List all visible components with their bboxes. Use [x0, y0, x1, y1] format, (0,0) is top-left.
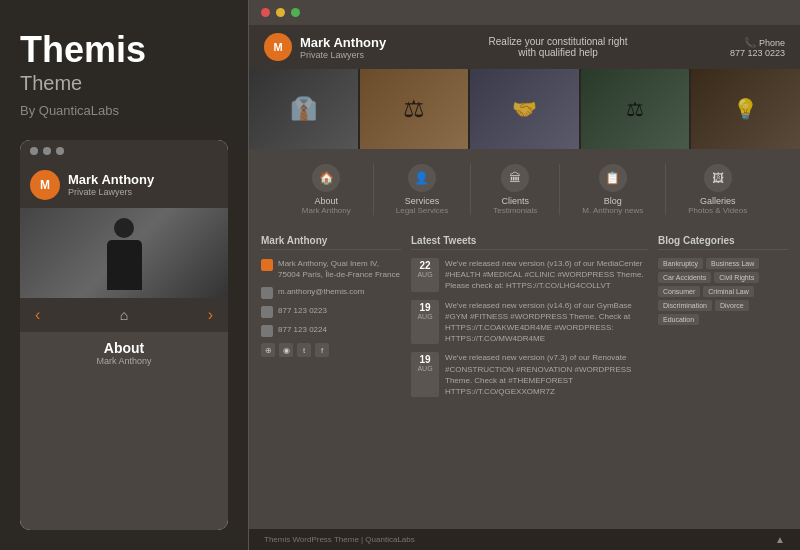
mobile-dot-2: [43, 147, 51, 155]
social-icon-t[interactable]: t: [297, 343, 311, 357]
blog-icon: 📋: [599, 164, 627, 192]
nav-item-clients[interactable]: 🏛 Clients Testimonials: [471, 159, 559, 220]
tweet-text-2: We've released new version (v14.6) of ou…: [445, 300, 648, 345]
email-item: m.anthony@themis.com: [261, 286, 401, 299]
category-tags: BankruptcyBusiness LawCar AccidentsCivil…: [658, 258, 788, 325]
nav-clients-sub: Testimonials: [493, 206, 537, 215]
content-area: Mark Anthony Mark Anthony, Quai Inem IV,…: [249, 225, 800, 529]
social-icons: ⊕ ◉ t f: [261, 343, 401, 357]
category-tag[interactable]: Consumer: [658, 286, 700, 297]
tweet-month-2: AUG: [415, 313, 435, 320]
category-tag[interactable]: Criminal Law: [703, 286, 753, 297]
tweet-text-1: We've released new version (v13.6) of ou…: [445, 258, 648, 292]
phone1-icon: [261, 306, 273, 318]
phone2-item: 877 123 0224: [261, 324, 401, 337]
browser-dot-yellow: [276, 8, 285, 17]
galleries-icon: 🖼: [704, 164, 732, 192]
tweet-text-3: We've released new version (v7.3) of our…: [445, 352, 648, 397]
phone-icon: 📞: [744, 37, 756, 48]
nav-galleries-label: Galleries: [700, 196, 736, 206]
category-tag[interactable]: Car Accidents: [658, 272, 711, 283]
category-tag[interactable]: Divorce: [715, 300, 749, 311]
nav-about-sub: Mark Anthony: [302, 206, 351, 215]
blog-categories-column: Blog Categories BankruptcyBusiness LawCa…: [658, 235, 788, 519]
nav-item-galleries[interactable]: 🖼 Galleries Photos & Videos: [666, 159, 769, 220]
social-icon-2[interactable]: ◉: [279, 343, 293, 357]
site-tagline: Realize your constitutional right with q…: [386, 36, 730, 58]
tweet-date-1: 22 AUG: [411, 258, 439, 292]
hero-person-icon: 👔: [290, 96, 317, 122]
footer-text: Themis WordPress Theme | QuanticaLabs: [264, 535, 415, 544]
address-icon: [261, 259, 273, 271]
hero-img-2: ⚖: [360, 69, 469, 149]
mobile-footer-title: About: [30, 340, 218, 356]
category-tag[interactable]: Bankruptcy: [658, 258, 703, 269]
phone1-item: 877 123 0223: [261, 305, 401, 318]
mobile-nav-bottom: ‹ ⌂ ›: [20, 298, 228, 332]
mark-anthony-section-title: Mark Anthony: [261, 235, 401, 250]
category-tag[interactable]: Discrimination: [658, 300, 712, 311]
site-name-sub: Private Lawyers: [300, 50, 386, 60]
nav-next-arrow[interactable]: ›: [208, 306, 213, 324]
tweet-item-3: 19 AUG We've released new version (v7.3)…: [411, 352, 648, 397]
nav-item-blog[interactable]: 📋 Blog M. Anthony news: [560, 159, 665, 220]
site-nav: 🏠 About Mark Anthony 👤 Services Legal Se…: [249, 149, 800, 225]
nav-blog-label: Blog: [604, 196, 622, 206]
clients-icon: 🏛: [501, 164, 529, 192]
category-tag[interactable]: Education: [658, 314, 699, 325]
tweet-date-3: 19 AUG: [411, 352, 439, 397]
hero-img-1: 👔: [249, 69, 358, 149]
services-icon: 👤: [408, 164, 436, 192]
scroll-top-button[interactable]: ▲: [775, 534, 785, 545]
mobile-header: M Mark Anthony Private Lawyers: [20, 162, 228, 208]
mobile-hero: [20, 208, 228, 298]
email-icon: [261, 287, 273, 299]
nav-clients-label: Clients: [501, 196, 529, 206]
social-icon-f[interactable]: f: [315, 343, 329, 357]
person-body: [107, 240, 142, 290]
tweet-day-2: 19: [415, 302, 435, 313]
tweets-section-title: Latest Tweets: [411, 235, 648, 250]
phone1-text: 877 123 0223: [278, 305, 327, 316]
gavel-icon: ⚖: [403, 95, 425, 123]
category-tag[interactable]: Business Law: [706, 258, 759, 269]
tweet-month-1: AUG: [415, 271, 435, 278]
home-icon[interactable]: ⌂: [120, 307, 128, 323]
phone2-text: 877 123 0224: [278, 324, 327, 335]
hero-img-3: 🤝: [470, 69, 579, 149]
phone2-icon: [261, 325, 273, 337]
tweet-item-2: 19 AUG We've released new version (v14.6…: [411, 300, 648, 345]
address-item: Mark Anthony, Quai Inem IV, 75004 Paris,…: [261, 258, 401, 280]
browser-titlebar: [249, 0, 800, 25]
nav-blog-sub: M. Anthony news: [582, 206, 643, 215]
mobile-content: M Mark Anthony Private Lawyers ‹ ⌂ ›: [20, 162, 228, 530]
categories-section-title: Blog Categories: [658, 235, 788, 250]
about-icon: 🏠: [312, 164, 340, 192]
bulb-icon: 💡: [733, 97, 758, 121]
social-icon-1[interactable]: ⊕: [261, 343, 275, 357]
right-panel: M Mark Anthony Private Lawyers Realize y…: [248, 0, 800, 550]
nav-item-about[interactable]: 🏠 About Mark Anthony: [280, 159, 373, 220]
nav-galleries-sub: Photos & Videos: [688, 206, 747, 215]
tweet-day-3: 19: [415, 354, 435, 365]
mobile-footer: About Mark Anthony: [20, 332, 228, 374]
brand-subtitle: Theme: [20, 72, 228, 95]
site-phone: 📞 Phone 877 123 0223: [730, 37, 785, 58]
browser-body: M Mark Anthony Private Lawyers Realize y…: [249, 25, 800, 550]
site-header: M Mark Anthony Private Lawyers Realize y…: [249, 25, 800, 69]
mark-anthony-column: Mark Anthony Mark Anthony, Quai Inem IV,…: [261, 235, 401, 519]
person-silhouette: [104, 218, 144, 288]
category-tag[interactable]: Civil Rights: [714, 272, 759, 283]
mobile-hero-img: [20, 208, 228, 298]
nav-prev-arrow[interactable]: ‹: [35, 306, 40, 324]
browser-dot-green: [291, 8, 300, 17]
tweet-day-1: 22: [415, 260, 435, 271]
site-name: Mark Anthony: [300, 35, 386, 50]
hero-row: 👔 ⚖ 🤝 ⚖ 💡: [249, 69, 800, 149]
left-panel: Themis Theme By QuanticaLabs M Mark Anth…: [0, 0, 248, 550]
nav-about-label: About: [315, 196, 339, 206]
mobile-footer-sub: Mark Anthony: [30, 356, 218, 366]
mobile-site-tagline: Private Lawyers: [68, 187, 154, 197]
nav-item-services[interactable]: 👤 Services Legal Services: [374, 159, 470, 220]
browser-dot-red: [261, 8, 270, 17]
